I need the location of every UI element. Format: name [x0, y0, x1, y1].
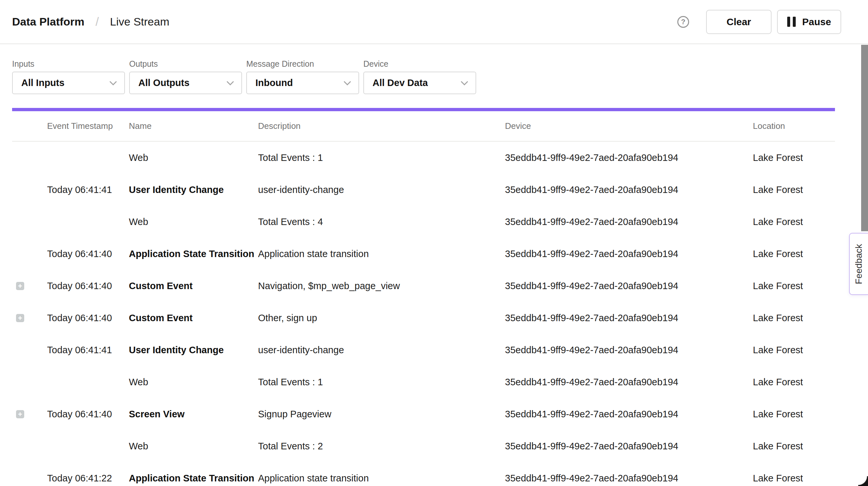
cell-description: Application state transition [258, 248, 505, 260]
cell-location: Lake Forest [753, 281, 835, 292]
cell-location: Lake Forest [753, 152, 835, 163]
outputs-dropdown[interactable]: All Outputs [129, 72, 242, 94]
inputs-dropdown-value: All Inputs [21, 78, 64, 88]
cell-location: Lake Forest [753, 377, 835, 388]
cell-location: Lake Forest [753, 216, 835, 227]
live-stream-table: Event Timestamp Name Description Device … [12, 111, 835, 486]
cell-name: Web [129, 377, 258, 388]
table-header-row: Event Timestamp Name Description Device … [12, 111, 835, 142]
cell-description: Total Events : 1 [258, 377, 505, 388]
filter-outputs: Outputs All Outputs [129, 59, 242, 94]
table-row[interactable]: WebTotal Events : 135eddb41-9ff9-49e2-7a… [12, 142, 835, 174]
table-row[interactable]: WebTotal Events : 135eddb41-9ff9-49e2-7a… [12, 366, 835, 398]
column-header-name: Name [129, 121, 258, 131]
cell-description: Total Events : 2 [258, 441, 505, 452]
expand-row-plus-icon[interactable]: + [16, 410, 24, 418]
cell-name: User Identity Change [129, 184, 258, 195]
table-row[interactable]: +Today 06:41:40Screen ViewSignup Pagevie… [12, 398, 835, 430]
pause-button-label: Pause [802, 17, 831, 28]
top-bar: Data Platform / Live Stream ? Clear Paus… [0, 0, 868, 44]
device-dropdown-value: All Dev Data [373, 78, 428, 88]
table-row[interactable]: Today 06:41:41User Identity Changeuser-i… [12, 174, 835, 206]
cell-name: Custom Event [129, 281, 258, 292]
filter-row: Inputs All Inputs Outputs All Outputs Me… [0, 44, 868, 94]
cell-event-timestamp: Today 06:41:22 [47, 473, 129, 484]
cell-location: Lake Forest [753, 184, 835, 195]
pause-button[interactable]: Pause [777, 10, 841, 34]
table-row[interactable]: Today 06:41:40Application State Transiti… [12, 238, 835, 270]
cell-device: 35eddb41-9ff9-49e2-7aed-20afa90eb194 [505, 345, 753, 356]
device-label: Device [363, 59, 476, 69]
expand-row-plus-icon[interactable]: + [16, 314, 24, 322]
chevron-down-icon [461, 81, 468, 85]
cell-name: Application State Transition [129, 248, 258, 260]
cell-device: 35eddb41-9ff9-49e2-7aed-20afa90eb194 [505, 152, 753, 163]
table-row[interactable]: Today 06:41:22Application State Transiti… [12, 462, 835, 486]
cell-name: Web [129, 152, 258, 163]
cell-description: Total Events : 1 [258, 152, 505, 163]
breadcrumb-separator: / [95, 15, 99, 29]
cell-name: Web [129, 441, 258, 452]
table-body: WebTotal Events : 135eddb41-9ff9-49e2-7a… [12, 142, 835, 486]
cell-description: Signup Pageview [258, 409, 505, 420]
cell-name: Custom Event [129, 313, 258, 324]
column-header-device: Device [505, 121, 753, 131]
filter-message-direction: Message Direction Inbound [246, 59, 359, 94]
message-direction-label: Message Direction [246, 59, 359, 69]
column-header-event-timestamp: Event Timestamp [47, 121, 129, 131]
feedback-tab[interactable]: Feedback [849, 233, 868, 295]
window-rounded-corner [858, 476, 868, 486]
cell-location: Lake Forest [753, 248, 835, 260]
cell-location: Lake Forest [753, 409, 835, 420]
outputs-label: Outputs [129, 59, 242, 69]
cell-device: 35eddb41-9ff9-49e2-7aed-20afa90eb194 [505, 248, 753, 260]
cell-location: Lake Forest [753, 441, 835, 452]
cell-device: 35eddb41-9ff9-49e2-7aed-20afa90eb194 [505, 409, 753, 420]
filter-inputs: Inputs All Inputs [12, 59, 125, 94]
cell-name: Application State Transition [129, 473, 258, 484]
accent-divider [12, 108, 835, 111]
cell-name: Web [129, 216, 258, 227]
cell-description: Navigation, $mp_web_page_view [258, 281, 505, 292]
cell-device: 35eddb41-9ff9-49e2-7aed-20afa90eb194 [505, 377, 753, 388]
table-row[interactable]: WebTotal Events : 235eddb41-9ff9-49e2-7a… [12, 430, 835, 462]
cell-device: 35eddb41-9ff9-49e2-7aed-20afa90eb194 [505, 184, 753, 195]
cell-name: Screen View [129, 409, 258, 420]
column-header-description: Description [258, 121, 505, 131]
column-header-location: Location [753, 121, 835, 131]
message-direction-dropdown-value: Inbound [255, 78, 293, 88]
expander-cell: + [12, 314, 47, 322]
cell-device: 35eddb41-9ff9-49e2-7aed-20afa90eb194 [505, 216, 753, 227]
table-row[interactable]: Today 06:41:41User Identity Changeuser-i… [12, 334, 835, 366]
cell-event-timestamp: Today 06:41:41 [47, 184, 129, 195]
table-row[interactable]: +Today 06:41:40Custom EventOther, sign u… [12, 302, 835, 334]
cell-name: User Identity Change [129, 345, 258, 356]
cell-event-timestamp: Today 06:41:40 [47, 409, 129, 420]
clear-button[interactable]: Clear [706, 10, 772, 34]
table-row[interactable]: WebTotal Events : 435eddb41-9ff9-49e2-7a… [12, 206, 835, 238]
expander-cell: + [12, 282, 47, 290]
cell-location: Lake Forest [753, 345, 835, 356]
help-icon[interactable]: ? [677, 16, 689, 28]
chevron-down-icon [343, 81, 351, 85]
cell-event-timestamp: Today 06:41:40 [47, 281, 129, 292]
chevron-down-icon [226, 81, 234, 85]
expander-cell: + [12, 410, 47, 418]
device-dropdown[interactable]: All Dev Data [363, 72, 476, 94]
cell-device: 35eddb41-9ff9-49e2-7aed-20afa90eb194 [505, 281, 753, 292]
inputs-dropdown[interactable]: All Inputs [12, 72, 125, 94]
message-direction-dropdown[interactable]: Inbound [246, 72, 359, 94]
vertical-scrollbar-thumb[interactable] [861, 45, 868, 231]
breadcrumb-data-platform[interactable]: Data Platform [12, 16, 84, 28]
breadcrumb: Data Platform / Live Stream [12, 15, 169, 29]
cell-location: Lake Forest [753, 313, 835, 324]
outputs-dropdown-value: All Outputs [138, 78, 189, 88]
cell-device: 35eddb41-9ff9-49e2-7aed-20afa90eb194 [505, 441, 753, 452]
expand-row-plus-icon[interactable]: + [16, 282, 24, 290]
cell-description: user-identity-change [258, 184, 505, 195]
cell-description: user-identity-change [258, 345, 505, 356]
table-row[interactable]: +Today 06:41:40Custom EventNavigation, $… [12, 270, 835, 302]
cell-event-timestamp: Today 06:41:40 [47, 248, 129, 260]
cell-description: Total Events : 4 [258, 216, 505, 227]
cell-description: Other, sign up [258, 313, 505, 324]
